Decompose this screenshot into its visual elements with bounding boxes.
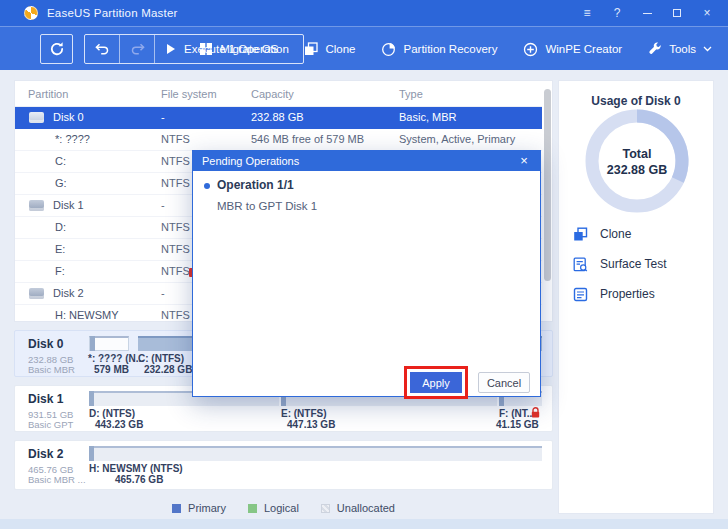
file-system-value: NTFS (161, 177, 190, 189)
menu-icon[interactable]: ≡ (576, 3, 598, 23)
undo-icon (95, 43, 110, 56)
partition-size: 443.23 GB (95, 419, 143, 430)
donut-center-value: 232.88 GB (559, 163, 715, 177)
winpe-creator-label: WinPE Creator (545, 43, 622, 55)
unallocated-color-swatch (321, 504, 330, 513)
table-row-disk0[interactable]: Disk 0 - 232.88 GB Basic, MBR (15, 107, 542, 129)
disk-layout: Basic MBR (28, 364, 75, 375)
partition-label: C: (NTFS) (138, 353, 184, 364)
undo-button[interactable] (85, 35, 119, 63)
operation-detail: MBR to GPT Disk 1 (217, 200, 317, 212)
file-system-value: NTFS (161, 309, 190, 321)
minimize-icon[interactable] (636, 3, 658, 23)
partition-label: H: NEWSMY (NTFS) (89, 463, 183, 474)
disk-usage-sidebar: Usage of Disk 0 Total 232.88 GB Clone Su… (558, 80, 714, 514)
migrate-os-icon (199, 42, 213, 56)
file-system-value: - (161, 199, 165, 211)
properties-icon (573, 287, 588, 302)
redo-icon (130, 43, 145, 56)
partition-name: Disk 1 (53, 199, 84, 211)
partition-name: D: (55, 221, 66, 233)
partition-segment-h[interactable] (89, 446, 542, 461)
winpe-creator-button[interactable]: WinPE Creator (523, 42, 622, 57)
partition-type-legend: Primary Logical Unallocated (14, 502, 553, 514)
partition-name: Disk 2 (53, 287, 84, 299)
apply-button[interactable]: Apply (410, 372, 462, 393)
column-partition: Partition (28, 88, 68, 100)
sidebar-item-clone[interactable]: Clone (573, 224, 631, 244)
logical-color-swatch (248, 504, 257, 513)
partition-name: Disk 0 (53, 111, 84, 123)
file-system-value: - (161, 111, 165, 123)
app-window: EaseUS Partition Master ≡ ? × (0, 0, 728, 529)
partition-name: C: (55, 155, 66, 167)
legend-label: Logical (264, 502, 299, 514)
partition-label: F: (NT... (499, 408, 535, 419)
sidebar-item-label: Surface Test (600, 257, 666, 271)
close-icon[interactable]: × (696, 3, 718, 23)
partition-size: 579 MB (94, 364, 129, 375)
file-system-value: NTFS (161, 155, 190, 167)
sidebar-item-surface-test[interactable]: Surface Test (573, 254, 666, 274)
tools-wrench-icon (648, 42, 662, 56)
clone-button[interactable]: Clone (304, 42, 355, 56)
redo-button[interactable] (120, 35, 154, 63)
migrate-os-button[interactable]: Migrate OS (199, 42, 278, 56)
disk-name: Disk 0 (28, 337, 63, 351)
disk2-map-card[interactable]: Disk 2 465.76 GB Basic MBR ... H: NEWSMY… (14, 440, 553, 490)
dialog-close-icon[interactable]: × (515, 150, 533, 171)
file-system-value: - (161, 287, 165, 299)
refresh-button[interactable] (40, 34, 73, 64)
play-icon (167, 44, 175, 54)
operation-title: Operation 1/1 (217, 178, 294, 192)
legend-logical: Logical (248, 502, 299, 514)
column-file-system: File system (161, 88, 217, 100)
tools-button[interactable]: Tools (648, 42, 712, 56)
chevron-down-icon (703, 46, 712, 52)
table-row-system-partition[interactable]: *: ???? NTFS 546 MB free of 579 MB Syste… (15, 129, 542, 151)
tools-label: Tools (669, 43, 696, 55)
partition-label: *: ???? (N... (88, 353, 144, 364)
partition-size: 232.28 GB (144, 364, 192, 375)
table-header: Partition File system Capacity Type (15, 81, 542, 107)
pending-operations-dialog: Pending Operations × Operation 1/1 MBR t… (192, 150, 541, 397)
partition-size: 447.13 GB (287, 419, 335, 430)
disk-icon (29, 200, 44, 211)
capacity-value: 232.88 GB (251, 111, 304, 123)
partition-recovery-icon (381, 42, 396, 57)
partition-name: E: (55, 243, 65, 255)
partition-segment-system[interactable] (89, 336, 129, 351)
disk-icon (29, 112, 44, 123)
sidebar-item-properties[interactable]: Properties (573, 284, 655, 304)
partition-recovery-label: Partition Recovery (403, 43, 497, 55)
operation-bullet-icon (204, 183, 210, 189)
file-system-value: NTFS (161, 265, 190, 277)
vertical-scrollbar[interactable] (544, 89, 551, 281)
partition-name: H: NEWSMY (55, 309, 119, 321)
partition-recovery-button[interactable]: Partition Recovery (381, 42, 497, 57)
clone-label: Clone (325, 43, 355, 55)
primary-color-swatch (172, 504, 181, 513)
type-value: System, Active, Primary (399, 133, 515, 145)
disk-layout: Basic GPT (28, 419, 73, 430)
file-system-value: NTFS (161, 133, 190, 145)
disk-name: Disk 1 (28, 392, 63, 406)
dialog-title: Pending Operations (202, 155, 299, 167)
clone-icon (573, 227, 588, 242)
used-space-indicator (89, 391, 94, 406)
titlebar: EaseUS Partition Master ≡ ? × (0, 0, 728, 26)
partition-label: D: (NTFS) (89, 408, 135, 419)
file-system-value: NTFS (161, 221, 190, 233)
sidebar-item-label: Clone (600, 227, 631, 241)
cancel-button[interactable]: Cancel (478, 372, 530, 393)
easeus-logo-icon (24, 6, 38, 20)
legend-unallocated: Unallocated (321, 502, 395, 514)
dialog-header[interactable]: Pending Operations × (192, 150, 541, 171)
help-icon[interactable]: ? (606, 3, 628, 23)
disk-name: Disk 2 (28, 447, 63, 461)
sidebar-item-label: Properties (600, 287, 655, 301)
toolbar: Execute 1 Operation Migrate OS Clone (0, 26, 728, 70)
clone-icon (304, 42, 318, 56)
used-space-indicator (89, 446, 94, 461)
maximize-icon[interactable] (666, 3, 688, 23)
